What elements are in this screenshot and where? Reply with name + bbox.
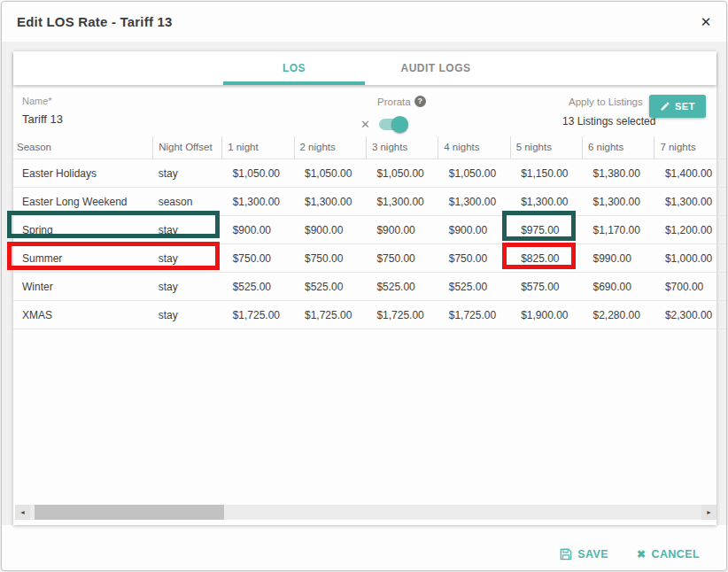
rate-cell[interactable]: $825.00 <box>510 244 582 273</box>
night-offset-cell[interactable]: stay <box>153 159 222 188</box>
rate-cell[interactable]: $525.00 <box>438 273 510 301</box>
column-header: 2 nights <box>294 136 366 159</box>
rate-cell[interactable]: $1,380.00 <box>583 159 654 188</box>
column-header: 1 night <box>222 136 294 159</box>
season-cell[interactable]: Easter Holidays <box>13 159 153 188</box>
rate-cell[interactable]: $2,280.00 <box>583 301 654 329</box>
tab-los[interactable]: LOS <box>223 51 365 85</box>
season-cell[interactable]: Spring <box>13 216 153 244</box>
prorata-label: Prorata <box>377 97 411 107</box>
rate-cell[interactable]: $900.00 <box>222 216 294 244</box>
table-row: Summerstay$750.00$750.00$750.00$750.00$8… <box>13 244 726 273</box>
column-header: 7 nights <box>654 136 726 159</box>
rate-cell[interactable]: $690.00 <box>583 273 654 301</box>
tab-bar: LOS AUDIT LOGS <box>13 51 716 85</box>
name-input[interactable]: Tariff 13 <box>22 112 63 126</box>
apply-to-listings-label: Apply to Listings <box>569 97 643 107</box>
rate-cell[interactable]: $990.00 <box>583 244 654 273</box>
rate-cell[interactable]: $1,300.00 <box>222 188 294 216</box>
prorata-group: Prorata ? <box>377 96 426 107</box>
rate-cell[interactable]: $1,300.00 <box>438 188 510 216</box>
set-button-label: SET <box>675 101 695 112</box>
dialog-footer: SAVE ✖ CANCEL <box>560 548 700 560</box>
scroll-left-icon[interactable]: ◄ <box>15 505 30 520</box>
set-button[interactable]: SET <box>649 95 706 118</box>
rate-cell[interactable]: $525.00 <box>222 273 294 301</box>
rate-cell[interactable]: $1,400.00 <box>654 159 726 188</box>
season-cell[interactable]: XMAS <box>13 301 153 329</box>
dialog-title: Edit LOS Rate - Tariff 13 <box>17 14 173 29</box>
table-row: Easter Holidaysstay$1,050.00$1,050.00$1,… <box>13 159 726 188</box>
rate-cell[interactable]: $900.00 <box>294 216 366 244</box>
rate-cell[interactable]: $1,300.00 <box>654 188 726 216</box>
scrollbar-thumb[interactable] <box>35 505 224 520</box>
table-row: Easter Long Weekendseason$1,300.00$1,300… <box>13 188 726 216</box>
night-offset-cell[interactable]: stay <box>153 216 222 244</box>
night-offset-cell[interactable]: stay <box>153 301 222 329</box>
table-row: XMASstay$1,725.00$1,725.00$1,725.00$1,72… <box>13 301 726 329</box>
table-row: Winterstay$525.00$525.00$525.00$525.00$5… <box>13 273 726 301</box>
toggle-knob-icon <box>391 116 408 133</box>
listings-selected-text: 13 Listings selected <box>562 115 655 128</box>
clear-icon[interactable]: ✕ <box>360 118 370 131</box>
rate-cell[interactable]: $1,725.00 <box>366 301 438 329</box>
rate-cell[interactable]: $1,725.00 <box>294 301 366 329</box>
rate-cell[interactable]: $1,300.00 <box>510 188 582 216</box>
pencil-icon <box>660 101 670 112</box>
rate-cell[interactable]: $525.00 <box>366 273 438 301</box>
column-header: 4 nights <box>438 136 510 159</box>
column-header: 6 nights <box>583 136 654 159</box>
rates-table-head-row: SeasonNight Offset1 night2 nights3 night… <box>13 136 726 159</box>
edit-los-rate-dialog: Edit LOS Rate - Tariff 13 ✕ LOS AUDIT LO… <box>1 1 727 571</box>
rate-cell[interactable]: $1,050.00 <box>438 159 510 188</box>
season-cell[interactable]: Winter <box>13 273 153 301</box>
rate-cell[interactable]: $750.00 <box>366 244 438 273</box>
scroll-right-icon[interactable]: ► <box>701 505 716 520</box>
rate-cell[interactable]: $750.00 <box>438 244 510 273</box>
rates-table: SeasonNight Offset1 night2 nights3 night… <box>13 136 726 329</box>
cancel-x-icon: ✖ <box>637 548 646 560</box>
rate-cell[interactable]: $1,050.00 <box>294 159 366 188</box>
rate-cell[interactable]: $1,300.00 <box>366 188 438 216</box>
rate-cell[interactable]: $1,050.00 <box>366 159 438 188</box>
rate-cell[interactable]: $900.00 <box>366 216 438 244</box>
cancel-button[interactable]: ✖ CANCEL <box>637 548 700 560</box>
rate-cell[interactable]: $1,050.00 <box>222 159 294 188</box>
column-header: 3 nights <box>366 136 438 159</box>
rate-cell[interactable]: $1,900.00 <box>510 301 582 329</box>
night-offset-cell[interactable]: season <box>153 188 222 216</box>
tab-audit-logs[interactable]: AUDIT LOGS <box>365 51 507 85</box>
rate-cell[interactable]: $1,150.00 <box>510 159 582 188</box>
rate-cell[interactable]: $575.00 <box>510 273 582 301</box>
rate-cell[interactable]: $1,300.00 <box>583 188 654 216</box>
rate-cell[interactable]: $1,725.00 <box>438 301 510 329</box>
rate-cell[interactable]: $1,300.00 <box>294 188 366 216</box>
save-button[interactable]: SAVE <box>560 548 608 560</box>
close-icon[interactable]: ✕ <box>697 13 715 31</box>
rate-cell[interactable]: $1,725.00 <box>222 301 294 329</box>
rate-cell[interactable]: $975.00 <box>510 216 582 244</box>
column-header: 5 nights <box>510 136 582 159</box>
prorata-toggle[interactable] <box>379 119 406 130</box>
rate-cell[interactable]: $700.00 <box>654 273 726 301</box>
night-offset-cell[interactable]: stay <box>153 273 222 301</box>
rate-cell[interactable]: $750.00 <box>294 244 366 273</box>
save-floppy-icon <box>560 548 572 560</box>
rate-cell[interactable]: $750.00 <box>222 244 294 273</box>
season-cell[interactable]: Summer <box>13 244 153 273</box>
rate-cell[interactable]: $1,200.00 <box>654 216 726 244</box>
help-icon[interactable]: ? <box>414 96 426 107</box>
name-field-label: Name* <box>22 96 52 106</box>
rate-cell[interactable]: $1,170.00 <box>583 216 654 244</box>
save-button-label: SAVE <box>577 548 608 560</box>
table-row: Springstay$900.00$900.00$900.00$900.00$9… <box>13 216 726 244</box>
rate-cell[interactable]: $2,300.00 <box>654 301 726 329</box>
season-cell[interactable]: Easter Long Weekend <box>13 188 153 216</box>
rate-cell[interactable]: $1,000.00 <box>654 244 726 273</box>
rate-cell[interactable]: $525.00 <box>294 273 366 301</box>
rate-cell[interactable]: $900.00 <box>438 216 510 244</box>
rates-table-body: Easter Holidaysstay$1,050.00$1,050.00$1,… <box>13 159 726 329</box>
horizontal-scrollbar[interactable]: ◄ ► <box>15 505 716 520</box>
night-offset-cell[interactable]: stay <box>153 244 222 273</box>
prorata-toggle-row: ✕ <box>360 118 406 131</box>
